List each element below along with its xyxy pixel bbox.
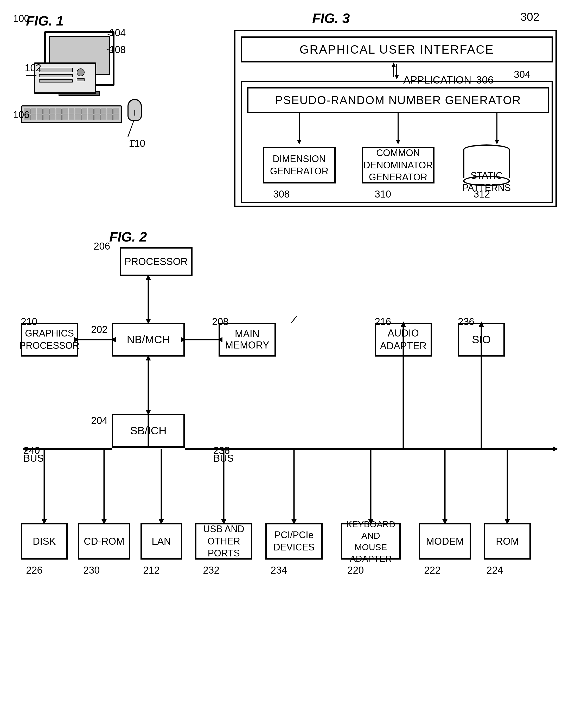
fig3-306: 306 xyxy=(476,74,493,86)
fig3-common-box: COMMON DENOMINATOR GENERATOR xyxy=(362,147,435,184)
svg-marker-16 xyxy=(146,274,151,280)
svg-marker-43 xyxy=(221,519,226,524)
svg-marker-30 xyxy=(479,322,484,327)
fig3-area: FIG. 3 302 GRAPHICAL USER INTERFACE 304 … xyxy=(229,8,562,211)
fig3-common-label: COMMON DENOMINATOR GENERATOR xyxy=(363,147,433,184)
svg-marker-39 xyxy=(102,519,107,524)
fig3-title: FIG. 3 xyxy=(312,11,350,26)
ref-308: 308 xyxy=(273,189,290,200)
fig3-prng-label: PSEUDO-RANDOM NUMBER GENERATOR xyxy=(275,94,521,107)
page: 100 FIG. 1 xyxy=(0,0,588,723)
ref-304: 304 xyxy=(514,69,530,80)
svg-marker-45 xyxy=(291,519,297,524)
fig3-dimension-box: DIMENSION GENERATOR xyxy=(263,147,336,184)
svg-line-0 xyxy=(107,34,114,37)
svg-marker-32 xyxy=(22,446,27,452)
svg-marker-41 xyxy=(159,519,164,524)
svg-marker-25 xyxy=(146,355,151,360)
svg-marker-47 xyxy=(368,519,373,524)
fig2-connectors xyxy=(10,226,578,710)
svg-marker-23 xyxy=(110,337,116,342)
fig1-area: 100 FIG. 1 xyxy=(10,11,153,167)
fig1-leaders xyxy=(10,11,153,167)
svg-marker-37 xyxy=(42,519,47,524)
fig2-area: FIG. 2 PROCESSOR 206 NB/MCH 202 MAIN MEM… xyxy=(10,226,578,710)
svg-marker-28 xyxy=(401,322,406,327)
svg-marker-10 xyxy=(297,140,301,144)
fig3-gui-label: GRAPHICAL USER INTERFACE xyxy=(299,42,494,57)
fig3-app-label: APPLICATION xyxy=(403,74,471,86)
svg-marker-20 xyxy=(217,337,223,342)
svg-marker-6 xyxy=(395,75,399,79)
ref-312: 312 xyxy=(474,189,490,200)
svg-line-1 xyxy=(107,49,114,51)
fig3-302: 302 xyxy=(520,11,539,23)
svg-marker-17 xyxy=(146,319,151,324)
svg-marker-12 xyxy=(396,140,400,144)
fig3-outer-box: GRAPHICAL USER INTERFACE 304 APPLICATION… xyxy=(234,30,557,207)
svg-marker-19 xyxy=(181,337,186,342)
svg-marker-8 xyxy=(392,62,396,67)
fig3-gui-box: GRAPHICAL USER INTERFACE xyxy=(241,37,553,62)
fig3-prng-box: PSEUDO-RANDOM NUMBER GENERATOR xyxy=(247,87,549,113)
svg-marker-51 xyxy=(505,519,510,524)
fig3-app-box: APPLICATION 306 PSEUDO-RANDOM NUMBER GEN… xyxy=(241,81,553,203)
svg-marker-34 xyxy=(553,446,558,452)
svg-marker-49 xyxy=(442,519,447,524)
svg-line-52 xyxy=(291,316,297,323)
fig3-dimension-label: DIMENSION GENERATOR xyxy=(270,153,329,178)
svg-marker-14 xyxy=(495,140,499,144)
fig3-prng-arrows xyxy=(242,113,554,147)
ref-310: 310 xyxy=(375,189,391,200)
fig3-static-cylinder: STATIC PATTERNS xyxy=(461,144,512,186)
svg-marker-22 xyxy=(74,337,79,342)
